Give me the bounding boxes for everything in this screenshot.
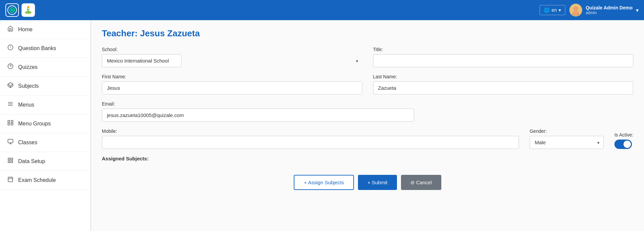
sidebar-label-exam-schedule: Exam Schedule xyxy=(18,177,56,183)
school-group: School: Mexico International School ▾ xyxy=(102,47,362,67)
is-active-label: Is Active: xyxy=(614,132,633,138)
assign-subjects-button[interactable]: + Assign Subjects xyxy=(294,175,354,190)
title-input[interactable] xyxy=(373,54,634,67)
sidebar-item-classes[interactable]: Classes xyxy=(0,133,90,152)
sidebar-item-question-banks[interactable]: Question Banks xyxy=(0,39,90,58)
submit-button[interactable]: + Submit xyxy=(358,175,397,190)
sidebar-label-classes: Classes xyxy=(18,140,37,146)
svg-rect-26 xyxy=(8,139,13,143)
first-name-label: First Name: xyxy=(102,74,362,79)
menu-groups-icon xyxy=(7,120,14,127)
user-text: Quizale Admin Demo admin xyxy=(586,5,633,15)
header: 🌐 en ▾ Quizale Admin Demo admin ▾ xyxy=(0,0,644,20)
sidebar-item-exam-schedule[interactable]: Exam Schedule xyxy=(0,171,90,190)
mobile-input[interactable] xyxy=(102,136,519,149)
first-name-input[interactable] xyxy=(102,81,362,94)
toggle-knob xyxy=(623,141,631,148)
logo2 xyxy=(22,3,35,17)
sidebar-item-data-setup[interactable]: Data Setup xyxy=(0,152,90,171)
sidebar-label-data-setup: Data Setup xyxy=(18,158,45,164)
svg-point-8 xyxy=(574,7,577,10)
is-active-toggle[interactable] xyxy=(614,140,632,149)
layout: Home Question Banks Quizzes xyxy=(0,0,644,231)
svg-rect-30 xyxy=(11,158,13,160)
main-content: Teacher: Jesus Zazueta School: Mexico In… xyxy=(91,20,644,231)
form-row-school-title: School: Mexico International School ▾ Ti… xyxy=(102,47,633,67)
svg-rect-23 xyxy=(11,120,13,122)
sidebar-label-question-banks: Question Banks xyxy=(18,45,56,51)
chevron-down-icon: ▾ xyxy=(559,7,561,13)
email-group: Email: xyxy=(102,101,414,122)
svg-point-4 xyxy=(27,6,29,8)
sidebar-label-home: Home xyxy=(18,27,33,33)
last-name-input[interactable] xyxy=(373,81,634,94)
quizzes-icon xyxy=(7,63,14,71)
svg-rect-22 xyxy=(8,120,10,122)
last-name-group: Last Name: xyxy=(373,74,634,94)
title-group: Title: xyxy=(373,47,634,67)
data-setup-icon xyxy=(7,157,14,165)
svg-rect-29 xyxy=(8,158,10,160)
svg-point-3 xyxy=(25,11,32,14)
globe-icon: 🌐 xyxy=(544,7,550,13)
svg-point-9 xyxy=(573,11,579,15)
sidebar-item-menu-groups[interactable]: Menu Groups xyxy=(0,114,90,133)
sidebar-label-subjects: Subjects xyxy=(18,83,39,89)
school-select-wrapper: Mexico International School ▾ xyxy=(102,54,362,67)
is-active-group: Is Active: xyxy=(614,132,633,149)
svg-line-17 xyxy=(10,84,13,86)
menus-icon xyxy=(7,101,14,109)
svg-rect-33 xyxy=(8,177,13,182)
school-select-arrow: ▾ xyxy=(356,58,358,63)
sidebar-label-menu-groups: Menu Groups xyxy=(18,121,51,127)
assigned-subjects-label: Assigned Subjects: xyxy=(102,156,633,161)
button-row: + Assign Subjects + Submit ⊘ Cancel xyxy=(102,169,633,195)
svg-rect-25 xyxy=(11,123,13,125)
sidebar-item-home[interactable]: Home xyxy=(0,20,90,39)
email-input[interactable] xyxy=(102,109,414,122)
sidebar-item-quizzes[interactable]: Quizzes xyxy=(0,58,90,77)
exam-schedule-icon xyxy=(7,176,14,184)
header-right: 🌐 en ▾ Quizale Admin Demo admin ▾ xyxy=(539,4,639,16)
question-banks-icon xyxy=(7,44,14,52)
sidebar-item-menus[interactable]: Menus xyxy=(0,95,90,114)
sidebar-label-menus: Menus xyxy=(18,102,34,108)
home-icon xyxy=(7,26,14,33)
user-role: admin xyxy=(586,10,633,15)
language-selector[interactable]: 🌐 en ▾ xyxy=(539,5,566,15)
sidebar: Home Question Banks Quizzes xyxy=(0,20,91,231)
lang-label: en xyxy=(552,7,557,13)
classes-icon xyxy=(7,139,14,146)
svg-rect-32 xyxy=(11,161,13,163)
page-title: Teacher: Jesus Zazueta xyxy=(102,28,633,39)
first-name-group: First Name: xyxy=(102,74,362,94)
title-label: Title: xyxy=(373,47,634,52)
user-dropdown-icon: ▾ xyxy=(636,7,639,13)
gender-group: Gender: Male Female Other ▾ xyxy=(530,128,604,149)
svg-line-18 xyxy=(8,84,11,86)
svg-rect-24 xyxy=(8,123,10,125)
form-row-names: First Name: Last Name: xyxy=(102,74,633,94)
logo1 xyxy=(5,3,19,17)
gender-label: Gender: xyxy=(530,128,604,134)
email-label: Email: xyxy=(102,101,414,107)
school-label: School: xyxy=(102,47,362,52)
cancel-button[interactable]: ⊘ Cancel xyxy=(401,175,441,190)
form-row-mobile-gender: Mobile: Gender: Male Female Other ▾ Is A… xyxy=(102,128,633,149)
gender-select[interactable]: Male Female Other xyxy=(530,136,604,149)
subjects-icon xyxy=(7,82,14,90)
avatar xyxy=(569,4,582,16)
user-name: Quizale Admin Demo xyxy=(586,5,633,10)
last-name-label: Last Name: xyxy=(373,74,634,79)
user-menu[interactable]: Quizale Admin Demo admin ▾ xyxy=(569,4,639,16)
svg-point-2 xyxy=(11,9,13,11)
sidebar-item-subjects[interactable]: Subjects xyxy=(0,77,90,95)
sidebar-label-quizzes: Quizzes xyxy=(18,64,38,70)
mobile-group: Mobile: xyxy=(102,128,519,149)
mobile-label: Mobile: xyxy=(102,128,519,134)
svg-rect-31 xyxy=(8,161,10,163)
school-select[interactable]: Mexico International School xyxy=(102,54,182,67)
gender-select-wrapper: Male Female Other ▾ xyxy=(530,136,604,149)
form-row-email: Email: xyxy=(102,101,633,122)
header-logos xyxy=(5,3,35,17)
